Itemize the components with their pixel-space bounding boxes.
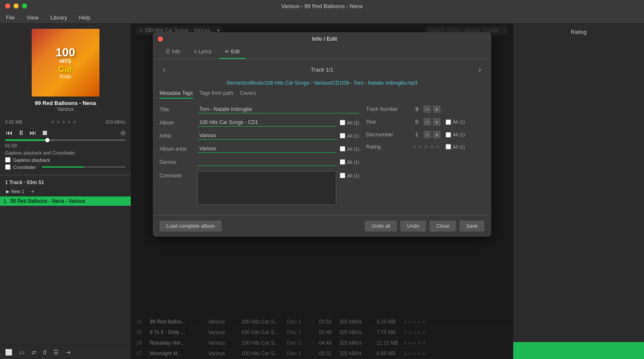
field-row-album-artist: Album artist All (1)	[160, 145, 359, 153]
controls-row: ⏮ ⏸ ⏭ ⏹	[5, 128, 126, 138]
track-prev-button[interactable]: ‹	[160, 64, 169, 76]
playlist-info: 1 Track · 03m 51	[0, 177, 131, 186]
tb-shuffle-btn[interactable]: ⇄	[30, 348, 38, 356]
rating-all-checkbox: All (1)	[446, 144, 465, 149]
track-number-val: 9	[412, 106, 422, 112]
discnumber-minus[interactable]: −	[424, 131, 431, 138]
rating-star-2[interactable]: ★	[418, 144, 423, 150]
comment-all-check[interactable]	[340, 173, 345, 178]
year-minus[interactable]: −	[424, 118, 431, 126]
right-sidebar-top: Rating	[513, 24, 644, 342]
maximize-dot[interactable]	[22, 3, 27, 8]
tb-scrobble-btn[interactable]: d	[41, 348, 48, 356]
track-number-plus[interactable]: +	[433, 105, 440, 113]
menu-library[interactable]: Library	[48, 14, 70, 22]
tab-edit[interactable]: ✏ Edit	[219, 45, 246, 59]
save-button[interactable]: Save	[460, 221, 484, 232]
album-all-check[interactable]	[340, 120, 345, 125]
title-input-wrap	[198, 105, 359, 113]
genres-all-check[interactable]	[340, 159, 345, 165]
album-input[interactable]	[198, 119, 336, 127]
play-pause-button[interactable]: ⏸	[17, 128, 25, 138]
star-2[interactable]: ★	[56, 119, 61, 125]
tab-lyrics[interactable]: ≡ Lyrics	[188, 45, 217, 59]
discnumber-plus[interactable]: +	[433, 131, 440, 138]
crossfader-checkbox[interactable]	[5, 164, 11, 170]
artist-label: Artist	[160, 133, 198, 139]
rating-star-4[interactable]: ★	[429, 144, 435, 150]
title-input[interactable]	[198, 105, 359, 113]
tb-layout-btn[interactable]: ▭	[17, 348, 26, 356]
album-artist-label: Album artist	[160, 146, 198, 152]
star-1[interactable]: ★	[50, 119, 55, 125]
edit-icon: ✏	[225, 49, 229, 55]
star-3[interactable]: ★	[61, 119, 66, 125]
menu-help[interactable]: Help	[77, 14, 93, 22]
crossfader-fill	[42, 166, 84, 168]
year-val: 0	[412, 119, 422, 125]
volume-icon	[121, 130, 126, 135]
artist-input-wrap: All (1)	[198, 132, 359, 140]
dialog-close-button[interactable]	[158, 36, 163, 41]
close-button[interactable]: Close	[429, 221, 456, 232]
genres-input[interactable]	[198, 158, 336, 166]
album-art-text: 100 HITS Car Songs	[55, 47, 75, 79]
discnumber-val: 1	[412, 132, 422, 138]
playlist-tab-new1[interactable]: ▶ New 1	[3, 188, 27, 196]
window-controls	[5, 3, 27, 8]
load-album-button[interactable]: Load complete album	[160, 221, 222, 232]
metadata-tab-tags[interactable]: Metadata Tags	[160, 90, 193, 99]
tb-window-btn[interactable]: ⬜	[3, 348, 14, 356]
track-nav: ‹ Track 1/1 ›	[153, 59, 491, 80]
rating-star-1[interactable]: ★	[412, 144, 417, 150]
play-icon: ▶	[6, 189, 9, 194]
star-5[interactable]: ★	[72, 119, 77, 125]
track-item-num: 1.	[3, 199, 10, 204]
artist-input[interactable]	[198, 132, 336, 140]
discnumber-all-check[interactable]	[446, 132, 451, 138]
tb-list-btn[interactable]: ☰	[52, 348, 61, 356]
track-number-label: Track Number	[366, 106, 408, 112]
file-path-link[interactable]: /home/tzo/Music/100 Hits Car Songs - Var…	[227, 80, 417, 86]
rating-all-check[interactable]	[446, 144, 451, 149]
rating-star-3[interactable]: ★	[424, 144, 429, 150]
time-current: 01:59	[5, 143, 17, 148]
track-number-minus[interactable]: −	[424, 105, 431, 113]
crossfader-slider[interactable]	[42, 166, 126, 168]
undo-all-button[interactable]: Undo all	[365, 221, 397, 232]
artist-all-check[interactable]	[340, 133, 345, 138]
track-list-item[interactable]: 1. 99 Red Balloons - Nena - Various	[0, 196, 131, 206]
track-next-button[interactable]: ›	[475, 64, 484, 76]
tab-info[interactable]: ☰ Info	[160, 45, 186, 59]
album-artist-input[interactable]	[198, 145, 336, 153]
album-artist-all-check[interactable]	[340, 146, 345, 152]
minimize-dot[interactable]	[14, 3, 19, 8]
track-album: Various	[57, 106, 74, 112]
dialog-bottom: Load complete album Undo all Undo Close …	[153, 215, 491, 237]
track-item-label: 99 Red Balloons - Nena - Various	[10, 198, 85, 204]
field-row-artist: Artist All (1)	[160, 132, 359, 140]
stop-button[interactable]: ⏹	[41, 128, 49, 138]
undo-button[interactable]: Undo	[400, 221, 426, 232]
rating-star-5[interactable]: ★	[435, 144, 440, 150]
comment-textarea[interactable]	[198, 171, 336, 205]
close-dot[interactable]	[5, 3, 10, 8]
lyrics-icon: ≡	[194, 49, 197, 55]
year-plus[interactable]: +	[433, 118, 440, 126]
gapless-checkbox[interactable]	[5, 157, 11, 163]
progress-bar[interactable]	[5, 139, 126, 141]
form-left: Title Album Al	[160, 105, 359, 210]
prev-button[interactable]: ⏮	[5, 128, 14, 138]
year-all-check[interactable]	[446, 119, 451, 125]
metadata-tab-path[interactable]: Tags from path	[200, 90, 233, 99]
title-label: Title	[160, 107, 198, 113]
add-playlist-button[interactable]: +	[28, 187, 37, 196]
next-button[interactable]: ⏭	[29, 128, 37, 138]
star-4[interactable]: ★	[67, 119, 72, 125]
discnumber-label: Discnumber	[366, 132, 408, 138]
menu-file[interactable]: File	[3, 14, 17, 22]
tb-skip-btn[interactable]: ⇥	[64, 348, 72, 356]
menu-view[interactable]: View	[24, 14, 41, 22]
metadata-tab-covers[interactable]: Covers	[240, 90, 256, 99]
crossfader-label: Crossfader	[13, 165, 36, 170]
